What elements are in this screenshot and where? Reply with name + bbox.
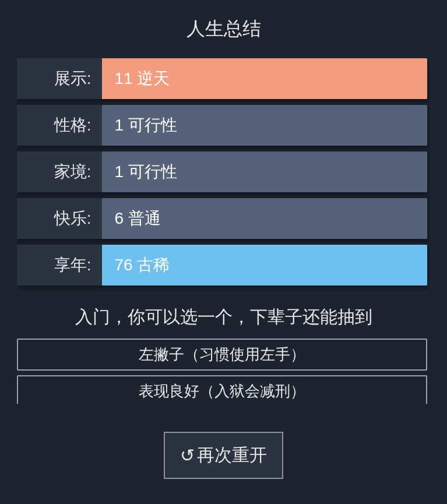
talent-option[interactable]: 左撇子（习惯使用左手） bbox=[17, 339, 427, 371]
stat-row: 性格: 1 可行性 bbox=[17, 105, 427, 146]
stat-row: 家境: 1 可行性 bbox=[17, 151, 427, 192]
restart-icon: ↺ bbox=[180, 447, 195, 464]
stats-list[interactable]: 展示: 11 逆天 性格: 1 可行性 家境: 1 可行性 快乐: 6 普通 享… bbox=[17, 58, 431, 291]
stat-value: 1 可行性 bbox=[102, 151, 427, 192]
restart-button[interactable]: ↺ 再次重开 bbox=[164, 432, 283, 479]
talent-option[interactable]: 表现良好（入狱会减刑） bbox=[17, 375, 427, 404]
stat-value: 76 古稀 bbox=[102, 245, 427, 286]
stat-label: 快乐: bbox=[17, 198, 102, 239]
stat-row: 享年: 76 古稀 bbox=[17, 245, 427, 286]
stat-label: 家境: bbox=[17, 151, 102, 192]
stat-value: 6 普通 bbox=[102, 198, 427, 239]
stat-row: 展示: 11 逆天 bbox=[17, 58, 427, 99]
restart-label: 再次重开 bbox=[197, 443, 267, 467]
page-title: 人生总结 bbox=[186, 16, 261, 42]
talent-list[interactable]: 左撇子（习惯使用左手） 表现良好（入狱会减刑） bbox=[17, 339, 431, 404]
stat-label: 享年: bbox=[17, 245, 102, 286]
stat-label: 性格: bbox=[17, 105, 102, 146]
stat-value: 1 可行性 bbox=[102, 105, 427, 146]
stat-value: 11 逆天 bbox=[102, 58, 427, 99]
talent-prompt: 入门，你可以选一个，下辈子还能抽到 bbox=[75, 305, 372, 329]
stat-row: 快乐: 6 普通 bbox=[17, 198, 427, 239]
stat-label: 展示: bbox=[17, 58, 102, 99]
